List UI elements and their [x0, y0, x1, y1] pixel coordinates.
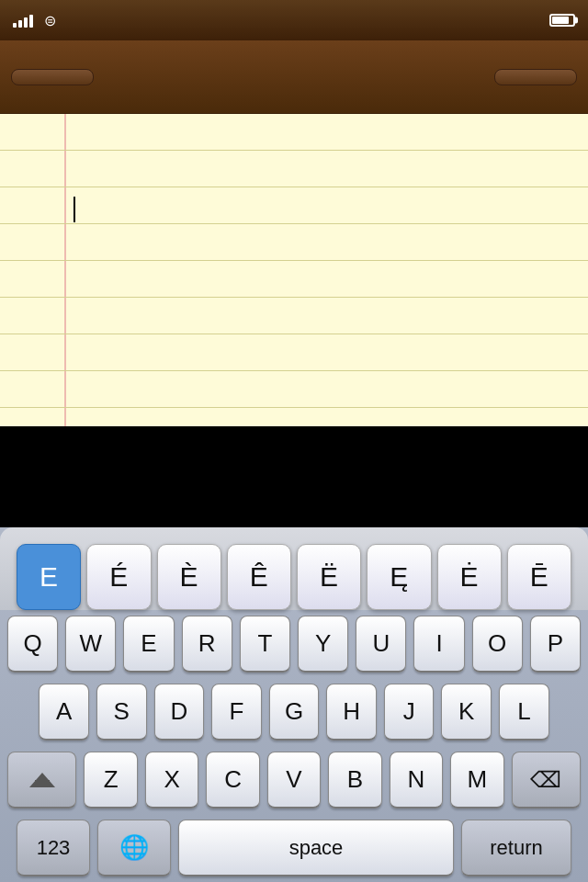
- key-l[interactable]: L: [499, 684, 549, 741]
- globe-key[interactable]: 🌐: [97, 820, 171, 876]
- key-q[interactable]: Q: [7, 616, 58, 673]
- delete-key[interactable]: ⌫: [512, 752, 581, 808]
- note-area[interactable]: [0, 114, 588, 426]
- key-r[interactable]: R: [182, 616, 232, 673]
- return-key[interactable]: return: [461, 820, 571, 876]
- space-key[interactable]: space: [178, 820, 454, 876]
- accent-key-ę[interactable]: Ę: [367, 544, 431, 610]
- key-f[interactable]: F: [211, 684, 262, 741]
- shift-icon: [29, 773, 55, 787]
- done-button[interactable]: [494, 69, 577, 85]
- key-h[interactable]: H: [326, 684, 377, 741]
- key-c[interactable]: C: [206, 752, 259, 808]
- back-button[interactable]: [11, 69, 94, 85]
- wifi-icon: ⊜: [44, 12, 56, 29]
- battery-icon: [549, 14, 575, 27]
- key-d[interactable]: D: [154, 684, 205, 741]
- key-o[interactable]: O: [472, 616, 523, 673]
- accent-key-e[interactable]: E: [17, 544, 81, 610]
- keyboard-row-2: ASDFGHJKL: [0, 678, 588, 746]
- accent-key-é[interactable]: É: [86, 544, 151, 610]
- key-j[interactable]: J: [384, 684, 435, 741]
- accent-key-ê[interactable]: Ê: [227, 544, 291, 610]
- accent-popup: EÉÈÊËĘĖĒ: [0, 527, 588, 610]
- key-x[interactable]: X: [145, 752, 198, 808]
- key-v[interactable]: V: [267, 752, 321, 808]
- delete-icon: ⌫: [530, 767, 561, 793]
- note-lines: [0, 114, 588, 426]
- key-b[interactable]: B: [328, 752, 381, 808]
- battery-area: [549, 14, 575, 27]
- key-i[interactable]: I: [413, 616, 464, 673]
- key-w[interactable]: W: [65, 616, 116, 673]
- carrier-area: ⊜: [13, 12, 56, 29]
- keyboard-row-3: ZXCVBNM⌫: [0, 746, 588, 814]
- key-t[interactable]: T: [240, 616, 290, 673]
- key-e[interactable]: E: [123, 616, 174, 673]
- keyboard: EÉÈÊËĘĖĒ QWERTYUIOP ASDFGHJKL ZXCVBNM⌫ 1…: [0, 527, 588, 882]
- accent-key-ė[interactable]: Ė: [437, 544, 502, 610]
- key-a[interactable]: A: [39, 684, 89, 741]
- accent-key-ē[interactable]: Ē: [507, 544, 571, 610]
- key-p[interactable]: P: [530, 616, 581, 673]
- key-u[interactable]: U: [356, 616, 406, 673]
- key-n[interactable]: N: [390, 752, 443, 808]
- note-date-row: [0, 114, 588, 142]
- signal-icon: [13, 13, 33, 28]
- keyboard-row-1: QWERTYUIOP: [0, 610, 588, 678]
- navigation-bar: [0, 40, 588, 114]
- key-m[interactable]: M: [450, 752, 503, 808]
- keyboard-row-4: 123🌐spacereturn: [0, 814, 588, 882]
- key-s[interactable]: S: [96, 684, 147, 741]
- key-g[interactable]: G: [269, 684, 320, 741]
- numbers-key[interactable]: 123: [17, 820, 90, 876]
- globe-icon: 🌐: [119, 833, 149, 862]
- key-y[interactable]: Y: [298, 616, 348, 673]
- text-cursor: [74, 197, 75, 222]
- note-date-right: [562, 123, 571, 142]
- battery-fill: [552, 17, 569, 24]
- accent-key-row: EÉÈÊËĘĖĒ: [7, 535, 581, 610]
- shift-key[interactable]: [7, 752, 76, 808]
- accent-key-ë[interactable]: Ë: [297, 544, 361, 610]
- key-z[interactable]: Z: [84, 752, 137, 808]
- accent-key-è[interactable]: È: [157, 544, 221, 610]
- status-bar: ⊜: [0, 0, 588, 40]
- key-k[interactable]: K: [441, 684, 492, 741]
